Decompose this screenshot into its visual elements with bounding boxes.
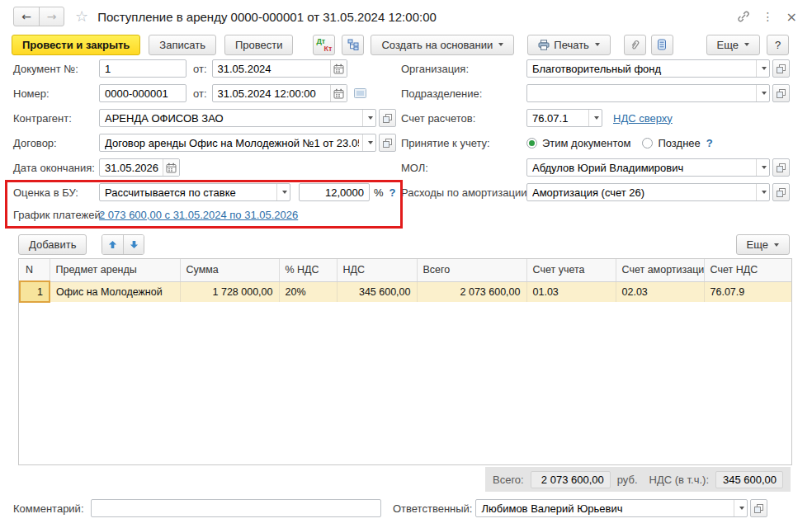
move-down-button[interactable] <box>123 235 144 254</box>
acceptance-help-link[interactable]: ? <box>706 137 713 149</box>
dt-kt-postings-button[interactable]: Дт Кт <box>313 35 335 55</box>
list-form-icon[interactable] <box>354 88 366 98</box>
counterparty-open-button[interactable] <box>379 109 396 127</box>
help-button[interactable]: ? <box>767 35 789 55</box>
department-open-button[interactable] <box>772 84 790 102</box>
col-header-vat[interactable]: НДС <box>337 259 417 281</box>
chevron-down-icon <box>774 243 779 247</box>
dropdown-icon[interactable] <box>276 184 290 200</box>
dropdown-icon[interactable] <box>362 110 375 126</box>
organization-open-button[interactable] <box>772 59 790 78</box>
calendar-icon[interactable] <box>330 85 347 101</box>
doc-no-input[interactable] <box>99 59 186 78</box>
radio-later[interactable] <box>642 138 653 148</box>
cell-depr-account[interactable]: 02.03 <box>616 281 704 302</box>
back-button[interactable]: ← <box>14 7 39 26</box>
table-header-row: N Предмет аренды Сумма % НДС НДС Всего С… <box>20 259 791 281</box>
toolbar: Провести и закрыть Записать Провести Дт … <box>12 34 789 55</box>
table-row[interactable]: 1 Офис на Молодежной 1 728 000,00 20% 34… <box>20 281 791 302</box>
add-row-button[interactable]: Добавить <box>18 234 87 255</box>
acceptance-row: Принятие к учету: Этим документом Поздне… <box>401 134 790 152</box>
calendar-icon[interactable] <box>330 60 347 77</box>
window-icons: ⋮ × <box>737 9 797 25</box>
number-input[interactable] <box>99 84 186 102</box>
organization-field[interactable]: Благотворительный фонд <box>526 59 770 78</box>
col-header-account[interactable]: Счет учета <box>526 259 616 281</box>
settlement-account-field[interactable]: 76.07.1 <box>526 109 602 127</box>
datetime-field[interactable]: 31.05.2024 12:00:00 <box>212 84 347 102</box>
dropdown-icon[interactable] <box>362 134 375 151</box>
cell-account[interactable]: 01.03 <box>526 281 616 302</box>
dropdown-icon[interactable] <box>756 184 769 200</box>
doc-date-field[interactable]: 31.05.2024 <box>212 59 347 78</box>
mol-open-button[interactable] <box>772 158 790 177</box>
related-documents-button[interactable] <box>342 35 364 55</box>
contract-open-button[interactable] <box>379 134 396 152</box>
post-and-close-button[interactable]: Провести и закрыть <box>12 35 140 55</box>
dropdown-icon[interactable] <box>756 159 769 176</box>
depreciation-open-button[interactable] <box>772 183 790 201</box>
number-row: Номер: от: 31.05.2024 12:00:00 <box>13 84 396 102</box>
doc-no-row: Документ №: от: 31.05.2024 <box>13 59 396 78</box>
depreciation-field[interactable]: Амортизация (счет 26) <box>526 183 770 201</box>
col-header-total[interactable]: Всего <box>417 259 526 281</box>
table-more-button[interactable]: Еще <box>736 234 790 255</box>
document-register-button[interactable] <box>651 35 673 55</box>
contract-field[interactable]: Договор аренды Офис на Молодежной №1 от … <box>99 134 376 152</box>
cell-vat-account[interactable]: 76.07.9 <box>704 281 791 302</box>
cell-n[interactable]: 1 <box>20 281 50 302</box>
move-row-group <box>102 234 144 255</box>
radio-later-label[interactable]: Позднее <box>658 137 700 149</box>
forward-button[interactable]: → <box>39 7 64 26</box>
col-header-subject[interactable]: Предмет аренды <box>50 259 180 281</box>
move-up-button[interactable] <box>102 235 123 254</box>
get-link-icon[interactable] <box>737 10 750 23</box>
cell-vat-rate[interactable]: 20% <box>279 281 337 302</box>
cell-total[interactable]: 2 073 600,00 <box>417 281 526 302</box>
calendar-icon[interactable] <box>163 159 179 176</box>
toolbar-more-button[interactable]: Еще <box>706 35 760 55</box>
chevron-down-icon <box>744 43 749 46</box>
attachments-button[interactable] <box>624 35 646 55</box>
department-field[interactable] <box>526 84 770 102</box>
payment-schedule-link[interactable]: 2 073 600,00 с 31.05.2024 по 31.05.2026 <box>99 209 298 221</box>
dropdown-icon[interactable] <box>756 85 769 101</box>
radio-this-document[interactable] <box>526 138 537 148</box>
create-based-on-button[interactable]: Создать на основании <box>371 35 514 55</box>
responsible-open-button[interactable] <box>750 499 767 517</box>
history-nav-group: ← → <box>13 7 64 26</box>
dropdown-icon[interactable] <box>588 110 602 126</box>
col-header-sum[interactable]: Сумма <box>180 259 279 281</box>
bu-estimate-method-field[interactable]: Рассчитывается по ставке <box>99 183 290 201</box>
print-button[interactable]: Печать <box>527 35 611 55</box>
chevron-down-icon <box>595 43 600 46</box>
counterparty-field[interactable]: АРЕНДА ОФИСОВ ЗАО <box>99 109 376 127</box>
col-header-n[interactable]: N <box>20 259 50 281</box>
cell-sum[interactable]: 1 728 000,00 <box>180 281 279 302</box>
radio-this-document-label[interactable]: Этим документом <box>542 137 630 149</box>
col-header-vat-account[interactable]: Счет НДС <box>704 259 791 281</box>
post-button[interactable]: Провести <box>224 35 294 55</box>
mol-field[interactable]: Абдулов Юрий Владимирович <box>526 158 770 177</box>
from-label: от: <box>193 63 207 75</box>
acceptance-label: Принятие к учету: <box>401 137 526 149</box>
rate-help-link[interactable]: ? <box>389 186 396 199</box>
settlement-account-label: Счет расчетов: <box>401 112 526 125</box>
print-label: Печать <box>554 39 589 51</box>
col-header-vat-rate[interactable]: % НДС <box>279 259 337 281</box>
rate-field[interactable]: 12,0000 <box>299 183 370 201</box>
responsible-field[interactable]: Любимов Валерий Юрьевич <box>475 499 748 517</box>
window-menu-icon[interactable]: ⋮ <box>762 10 774 23</box>
register-icon <box>657 39 667 50</box>
dropdown-icon[interactable] <box>734 500 747 516</box>
close-icon[interactable]: × <box>786 9 797 25</box>
cell-vat[interactable]: 345 600,00 <box>337 281 417 302</box>
end-date-field[interactable]: 31.05.2026 <box>99 158 180 177</box>
dropdown-icon[interactable] <box>756 60 769 77</box>
favorite-star-icon[interactable]: ☆ <box>75 9 88 24</box>
col-header-depr-account[interactable]: Счет амортизации <box>616 259 704 281</box>
vat-on-top-link[interactable]: НДС сверху <box>613 112 673 125</box>
comment-input[interactable] <box>91 499 381 517</box>
cell-subject[interactable]: Офис на Молодежной <box>50 281 180 302</box>
save-button[interactable]: Записать <box>149 35 216 55</box>
